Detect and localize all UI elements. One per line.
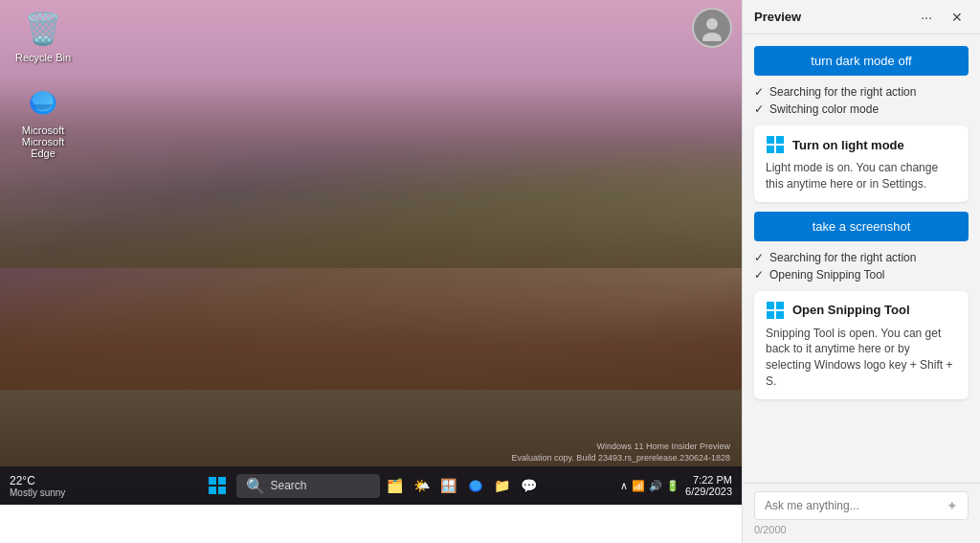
edge-label2: Microsoft Edge — [10, 136, 77, 159]
recycle-bin-label: Recycle Bin — [15, 52, 71, 63]
taskbar-center: 🔍 Search 🗂️ 🌤️ 🪟 📁 💬 — [202, 470, 541, 501]
close-button[interactable]: ✕ — [946, 6, 969, 29]
ask-input[interactable] — [765, 499, 941, 512]
taskbar-search-text: Search — [271, 479, 307, 492]
taskbar-store-icon[interactable]: 🪟 — [437, 474, 460, 497]
taskbar: 22°C Mostly sunny 🔍 Search 🗂️ 🌤️ 🪟 — [0, 466, 742, 505]
svg-rect-9 — [776, 136, 784, 144]
desktop-background: 🗑️ Recycle Bin — [0, 0, 742, 505]
snipping-tool-card: Open Snipping Tool Snipping Tool is open… — [754, 291, 969, 399]
check-label-3: Searching for the right action — [769, 251, 916, 264]
edge-label: Microsoft — [22, 124, 65, 136]
user-avatar-circle — [692, 8, 732, 48]
battery-icon[interactable]: 🔋 — [666, 480, 679, 492]
svg-rect-12 — [767, 302, 774, 309]
snipping-tool-text: Snipping Tool is open. You can get back … — [766, 326, 957, 390]
svg-rect-5 — [209, 486, 216, 494]
svg-point-2 — [702, 33, 722, 41]
system-tray[interactable]: ∧ 📶 🔊 🔋 — [620, 480, 679, 492]
weather-temperature: 22°C — [10, 474, 35, 487]
check-list-1: ✓ Searching for the right action ✓ Switc… — [754, 85, 969, 116]
taskbar-explorer-icon[interactable]: 📁 — [491, 474, 514, 497]
svg-rect-10 — [767, 146, 774, 153]
snipping-tool-card-header: Open Snipping Tool — [766, 301, 957, 320]
clock-time: 7:22 PM — [693, 474, 732, 486]
preview-panel: Preview ··· ✕ turn dark mode off ✓ Searc… — [742, 0, 980, 543]
checkmark-icon: ✓ — [754, 251, 764, 264]
check-list-2: ✓ Searching for the right action ✓ Openi… — [754, 251, 969, 282]
svg-rect-6 — [218, 486, 226, 494]
light-mode-text: Light mode is on. You can change this an… — [766, 160, 957, 192]
light-mode-card: Turn on light mode Light mode is on. You… — [754, 125, 969, 202]
check-label-2: Switching color mode — [769, 102, 879, 116]
svg-rect-3 — [209, 477, 216, 485]
svg-rect-15 — [776, 311, 784, 319]
time-display[interactable]: 7:22 PM 6/29/2023 — [685, 474, 732, 497]
taskbar-apps-icon[interactable]: 🗂️ — [384, 474, 407, 497]
checkmark-icon: ✓ — [754, 268, 764, 282]
weather-description: Mostly sunny — [10, 487, 65, 498]
light-mode-card-header: Turn on light mode — [766, 135, 957, 154]
svg-rect-11 — [776, 146, 784, 153]
check-item: ✓ Searching for the right action — [754, 251, 969, 264]
ask-input-wrapper[interactable]: ✦ — [754, 491, 969, 520]
checkmark-icon: ✓ — [754, 102, 764, 116]
screenshot-button[interactable]: take a screenshot — [754, 212, 969, 241]
taskbar-edge-icon[interactable] — [464, 474, 487, 497]
light-mode-title: Turn on light mode — [792, 138, 904, 152]
panel-content: turn dark mode off ✓ Searching for the r… — [743, 34, 980, 483]
edge-image — [24, 82, 62, 121]
chevron-up-icon[interactable]: ∧ — [620, 480, 628, 492]
taskbar-teams-icon[interactable]: 💬 — [518, 474, 541, 497]
start-button[interactable] — [202, 470, 233, 501]
taskbar-widgets-icon[interactable]: 🌤️ — [411, 474, 434, 497]
clock-date: 6/29/2023 — [685, 486, 732, 497]
check-label-1: Searching for the right action — [769, 85, 916, 99]
taskbar-search-box[interactable]: 🔍 Search — [236, 474, 380, 498]
top-right-user-icon[interactable] — [692, 8, 732, 48]
svg-rect-8 — [767, 136, 774, 144]
eval-line2: Evaluation copy. Build 23493.rs_prerelea… — [512, 452, 731, 464]
panel-controls: ··· ✕ — [915, 6, 969, 29]
checkmark-icon: ✓ — [754, 85, 764, 99]
check-label-4: Opening Snipping Tool — [769, 268, 885, 282]
recycle-bin-icon[interactable]: 🗑️ Recycle Bin — [10, 10, 77, 63]
windows-icon-2 — [766, 301, 785, 320]
panel-footer: ✦ 0/2000 — [743, 483, 980, 543]
more-options-button[interactable]: ··· — [915, 6, 938, 29]
search-icon: 🔍 — [246, 477, 265, 495]
edge-icon[interactable]: Microsoft Microsoft Edge — [10, 82, 77, 159]
dark-mode-button[interactable]: turn dark mode off — [754, 46, 969, 76]
weather-widget[interactable]: 22°C Mostly sunny — [10, 474, 65, 498]
check-item: ✓ Searching for the right action — [754, 85, 969, 99]
snipping-tool-title: Open Snipping Tool — [792, 303, 910, 317]
panel-header: Preview ··· ✕ — [743, 0, 980, 34]
volume-icon[interactable]: 🔊 — [649, 480, 662, 492]
desktop-icons-area: 🗑️ Recycle Bin — [10, 10, 77, 159]
svg-rect-13 — [776, 302, 784, 309]
svg-point-1 — [706, 18, 718, 30]
send-icon[interactable]: ✦ — [947, 498, 958, 513]
char-count: 0/2000 — [754, 524, 969, 535]
eval-text: Windows 11 Home Insider Preview Evaluati… — [512, 441, 731, 464]
windows-icon — [766, 135, 785, 154]
wifi-icon[interactable]: 📶 — [632, 480, 645, 492]
svg-rect-14 — [767, 311, 774, 319]
panel-title: Preview — [754, 10, 801, 24]
check-item: ✓ Opening Snipping Tool — [754, 268, 969, 282]
eval-line1: Windows 11 Home Insider Preview — [512, 441, 731, 453]
recycle-bin-image: 🗑️ — [24, 10, 62, 48]
check-item: ✓ Switching color mode — [754, 102, 969, 116]
taskbar-right: ∧ 📶 🔊 🔋 7:22 PM 6/29/2023 — [620, 474, 732, 497]
taskbar-left: 22°C Mostly sunny — [10, 474, 65, 498]
svg-rect-4 — [218, 477, 226, 485]
